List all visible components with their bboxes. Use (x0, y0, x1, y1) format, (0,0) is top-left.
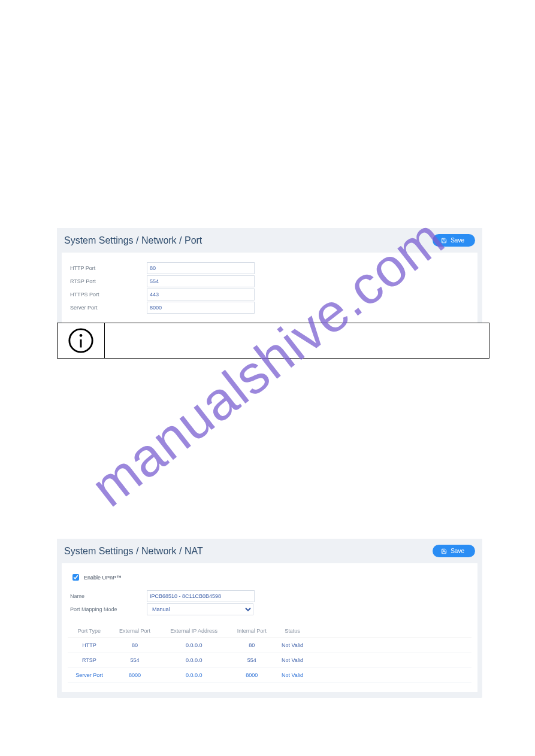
field-label: HTTPS Port (68, 292, 147, 297)
col-port-type: Port Type (68, 624, 111, 638)
http-port-input[interactable] (147, 262, 255, 274)
mapping-mode-row: Port Mapping Mode Manual (68, 603, 471, 616)
breadcrumb: System Settings / Network / Port (64, 235, 202, 246)
cell-ext-port: 8000 (111, 668, 159, 683)
port-panel-header: System Settings / Network / Port Save (57, 228, 482, 253)
save-button-label: Save (451, 237, 464, 244)
save-icon (441, 238, 447, 244)
https-port-input[interactable] (147, 289, 255, 300)
field-label: RTSP Port (68, 278, 147, 284)
cell-status: Not Valid (275, 653, 310, 668)
name-input[interactable] (147, 590, 255, 602)
nat-panel-body: Enable UPnP™ Name Port Mapping Mode Manu… (62, 563, 477, 692)
info-icon (58, 323, 105, 358)
breadcrumb: System Settings / Network / NAT (64, 546, 203, 557)
table-header-row: Port Type External Port External IP Addr… (68, 624, 471, 638)
save-button[interactable]: Save (433, 545, 475, 557)
save-icon (441, 548, 447, 554)
col-status: Status (275, 624, 310, 638)
save-button[interactable]: Save (433, 234, 475, 247)
cell-type: RTSP (68, 653, 111, 668)
cell-ext-ip: 0.0.0.0 (159, 653, 229, 668)
port-panel-body: HTTP Port RTSP Port HTTPS Port Server Po… (62, 253, 477, 323)
name-row: Name (68, 590, 471, 603)
field-label: Port Mapping Mode (68, 606, 147, 612)
mapping-mode-select[interactable]: Manual (147, 603, 253, 615)
server-port-row: Server Port (68, 301, 471, 314)
cell-type: HTTP (68, 638, 111, 653)
rtsp-port-input[interactable] (147, 275, 255, 287)
http-port-row: HTTP Port (68, 262, 471, 275)
cell-int-port: 554 (229, 653, 275, 668)
https-port-row: HTTPS Port (68, 288, 471, 301)
cell-type: Server Port (68, 668, 111, 683)
cell-int-port: 8000 (229, 668, 275, 683)
cell-status: Not Valid (275, 668, 310, 683)
info-note (57, 323, 489, 359)
cell-ext-ip: 0.0.0.0 (159, 668, 229, 683)
nat-settings-panel: System Settings / Network / NAT Save Ena… (57, 539, 482, 698)
save-button-label: Save (451, 548, 464, 554)
field-label: Name (68, 593, 147, 599)
field-label: Server Port (68, 305, 147, 311)
cell-int-port: 80 (229, 638, 275, 653)
col-external-ip: External IP Address (159, 624, 229, 638)
cell-ext-ip: 0.0.0.0 (159, 638, 229, 653)
enable-upnp-label: Enable UPnP™ (84, 575, 122, 581)
table-row[interactable]: Server Port 8000 0.0.0.0 8000 Not Valid (68, 668, 471, 683)
rtsp-port-row: RTSP Port (68, 275, 471, 288)
table-row[interactable]: HTTP 80 0.0.0.0 80 Not Valid (68, 638, 471, 653)
cell-ext-port: 80 (111, 638, 159, 653)
server-port-input[interactable] (147, 302, 255, 314)
table-row[interactable]: RTSP 554 0.0.0.0 554 Not Valid (68, 653, 471, 668)
nat-panel-header: System Settings / Network / NAT Save (57, 539, 482, 563)
port-settings-panel: System Settings / Network / Port Save HT… (57, 228, 482, 329)
enable-upnp-row: Enable UPnP™ (68, 572, 471, 582)
svg-point-1 (80, 334, 83, 337)
col-external-port: External Port (111, 624, 159, 638)
port-mapping-table: Port Type External Port External IP Addr… (68, 624, 471, 683)
cell-ext-port: 554 (111, 653, 159, 668)
enable-upnp-checkbox[interactable] (72, 574, 79, 581)
field-label: HTTP Port (68, 265, 147, 271)
col-internal-port: Internal Port (229, 624, 275, 638)
cell-status: Not Valid (275, 638, 310, 653)
info-note-content (105, 323, 489, 358)
